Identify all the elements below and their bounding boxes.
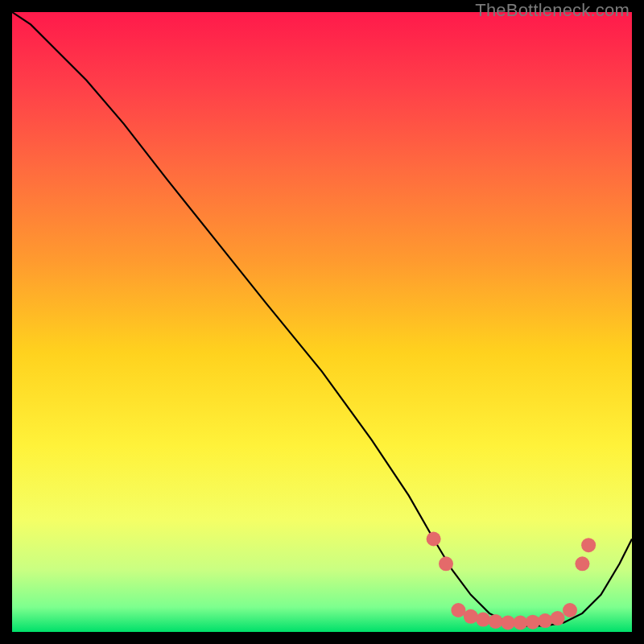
trough-dot bbox=[427, 532, 441, 547]
trough-dot bbox=[513, 616, 527, 630]
trough-dot bbox=[476, 613, 490, 627]
watermark-text: TheBottleneck.com bbox=[475, 0, 630, 21]
chart-frame bbox=[12, 12, 632, 632]
trough-dot bbox=[581, 538, 596, 552]
trough-dot bbox=[551, 611, 565, 625]
trough-dot bbox=[538, 613, 552, 628]
trough-dot bbox=[575, 556, 589, 571]
trough-dot bbox=[563, 603, 577, 617]
trough-dot bbox=[464, 609, 478, 624]
bottleneck-chart bbox=[12, 12, 632, 632]
trough-dot bbox=[526, 615, 540, 630]
trough-dot bbox=[439, 556, 453, 571]
trough-dot bbox=[489, 614, 503, 629]
trough-dot bbox=[501, 616, 515, 630]
chart-background bbox=[12, 12, 632, 632]
trough-dot bbox=[451, 603, 465, 617]
